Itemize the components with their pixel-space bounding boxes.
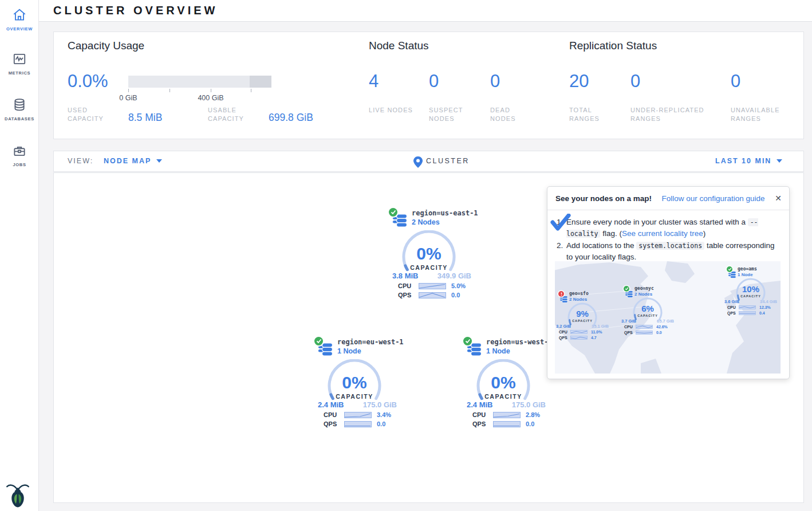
cpu-value: 2.8%	[526, 411, 540, 418]
capacity-bar-reserved-segment	[250, 76, 271, 88]
qps-label: QPS	[398, 292, 411, 298]
suspect-nodes-value: 0	[429, 72, 439, 91]
qps-value: 0.0	[377, 420, 385, 427]
top-bar: CLUSTER OVERVIEW	[39, 0, 812, 22]
capacity-percent: 0%	[470, 373, 537, 392]
region-used: 2.4 MiB	[467, 400, 493, 409]
database-icon	[12, 97, 27, 112]
region-name: geo=nyc	[634, 286, 654, 291]
unavailable-ranges-label: UNAVAILABLE RANGES	[731, 106, 794, 123]
capacity-usage-title: Capacity Usage	[68, 40, 144, 52]
time-range-selector[interactable]: LAST 10 MIN	[715, 151, 782, 171]
status-warning-icon	[558, 291, 564, 297]
sidebar-item-overview[interactable]: OVERVIEW	[0, 7, 39, 32]
capacity-label: CAPACITY	[321, 393, 388, 400]
dead-nodes-label: DEAD NODES	[490, 106, 536, 123]
cluster-summary-panel: Capacity Usage 0.0% 0 GiB 400 GiB USED C…	[53, 32, 804, 139]
page-title: CLUSTER OVERVIEW	[53, 4, 218, 17]
qps-label: QPS	[472, 420, 486, 427]
qps-sparkline	[739, 311, 756, 315]
cpu-sparkline	[493, 412, 521, 418]
capacity-percent: 9%	[564, 309, 601, 319]
region-card-us-west-1[interactable]: region=us-west-1 1 Node 0% CAPACITY 2.4 …	[456, 336, 550, 431]
sidebar-item-label: OVERVIEW	[0, 26, 39, 32]
qps-sparkline	[419, 292, 446, 298]
capacity-percent: 0%	[321, 373, 388, 392]
configuration-guide-link[interactable]: Follow our configuration guide	[662, 194, 765, 203]
qps-sparkline	[344, 421, 372, 427]
briefcase-icon	[12, 143, 27, 158]
breadcrumb[interactable]: CLUSTER	[426, 151, 470, 171]
used-capacity-value: 8.5 MiB	[128, 112, 162, 124]
sidebar-item-jobs[interactable]: JOBS	[0, 143, 39, 167]
under-replicated-ranges-label: UNDER-REPLICATED RANGES	[630, 106, 728, 123]
status-ok-icon	[624, 286, 629, 292]
home-icon	[12, 7, 27, 22]
dead-nodes-value: 0	[490, 72, 500, 91]
region-total: 349.9 GiB	[437, 272, 471, 280]
capacity-usage-percent: 0.0%	[68, 72, 108, 91]
region-name: geo=ams	[738, 266, 757, 272]
sidebar-item-label: METRICS	[0, 70, 39, 76]
cpu-label: CPU	[398, 282, 411, 289]
example-map-illustration: geo=sfo 2 Nodes 9% CAPACITY 3.2 GiB35.1 …	[555, 261, 781, 374]
metrics-icon	[12, 52, 27, 66]
view-bar: VIEW: NODE MAP CLUSTER LAST 10 MIN	[53, 151, 804, 172]
view-label: VIEW:	[68, 151, 93, 171]
capacity-percent: 10%	[732, 284, 769, 294]
region-node-count: 2 Nodes	[412, 218, 440, 226]
close-icon[interactable]: ✕	[775, 193, 782, 203]
region-used: 2.4 MiB	[318, 400, 344, 409]
setup-step-1: 1. Ensure every node in your cluster was…	[557, 217, 781, 239]
usable-capacity-label: USABLE CAPACITY	[208, 106, 259, 123]
sidebar-item-metrics[interactable]: METRICS	[0, 52, 39, 76]
qps-label: QPS	[324, 420, 337, 427]
qps-sparkline	[636, 331, 653, 335]
qps-sparkline	[493, 421, 521, 427]
live-nodes-value: 4	[369, 72, 379, 91]
mini-region-card-sfo: geo=sfo 2 Nodes 9% CAPACITY 3.2 GiB35.1 …	[555, 291, 610, 344]
step-done-check-icon	[550, 214, 571, 234]
cpu-label: CPU	[324, 411, 337, 418]
region-node-count: 2 Nodes	[634, 292, 652, 297]
sidebar-item-databases[interactable]: DATABASES	[0, 97, 39, 121]
capacity-percent: 0%	[396, 244, 462, 264]
cpu-sparkline	[636, 325, 653, 329]
region-name: region=us-west-1	[486, 338, 553, 346]
cpu-value: 3.4%	[377, 411, 391, 418]
region-total: 175.0 GiB	[512, 400, 546, 409]
view-selector[interactable]: NODE MAP	[104, 151, 162, 171]
capacity-usage-bar	[128, 76, 271, 88]
usable-capacity-value: 699.8 GiB	[269, 112, 313, 124]
region-card-us-east-1[interactable]: region=us-east-1 2 Nodes 0% CAPACITY 3.8…	[382, 207, 476, 302]
region-node-count: 1 Node	[486, 347, 510, 355]
system-locations-code: system.locations	[636, 242, 704, 250]
cpu-sparkline	[570, 330, 588, 334]
status-ok-icon	[314, 337, 323, 345]
mini-region-card-ams: geo=ams 1 Node 10% CAPACITY 3.6 GiB34.4 …	[723, 266, 778, 319]
capacity-label: CAPACITY	[732, 294, 769, 298]
region-used: 3.8 MiB	[392, 272, 419, 280]
unavailable-ranges-value: 0	[731, 72, 740, 91]
region-card-eu-west-1[interactable]: region=eu-west-1 1 Node 0% CAPACITY 2.4 …	[308, 336, 401, 431]
capacity-axis-tick-400: 400 GiB	[194, 94, 228, 102]
sidebar-item-label: JOBS	[0, 162, 39, 167]
locality-tree-link[interactable]: See current locality tree	[622, 229, 703, 238]
qps-value: 0.0	[451, 292, 460, 298]
region-name: region=us-east-1	[412, 209, 478, 217]
capacity-label: CAPACITY	[470, 393, 537, 400]
region-name: region=eu-west-1	[337, 338, 404, 346]
qps-sparkline	[570, 336, 588, 340]
qps-value: 0.0	[526, 420, 534, 427]
chevron-down-icon	[156, 159, 162, 163]
used-capacity-label: USED CAPACITY	[68, 106, 113, 123]
region-total: 175.0 GiB	[363, 400, 397, 409]
live-nodes-label: LIVE NODES	[369, 106, 415, 115]
status-ok-icon	[389, 208, 397, 217]
cpu-sparkline	[739, 305, 756, 309]
capacity-label: CAPACITY	[396, 264, 462, 271]
popup-body: 1. Ensure every node in your cluster was…	[547, 210, 789, 262]
total-ranges-value: 20	[569, 72, 589, 91]
status-ok-icon	[727, 266, 732, 272]
status-ok-icon	[463, 337, 472, 345]
